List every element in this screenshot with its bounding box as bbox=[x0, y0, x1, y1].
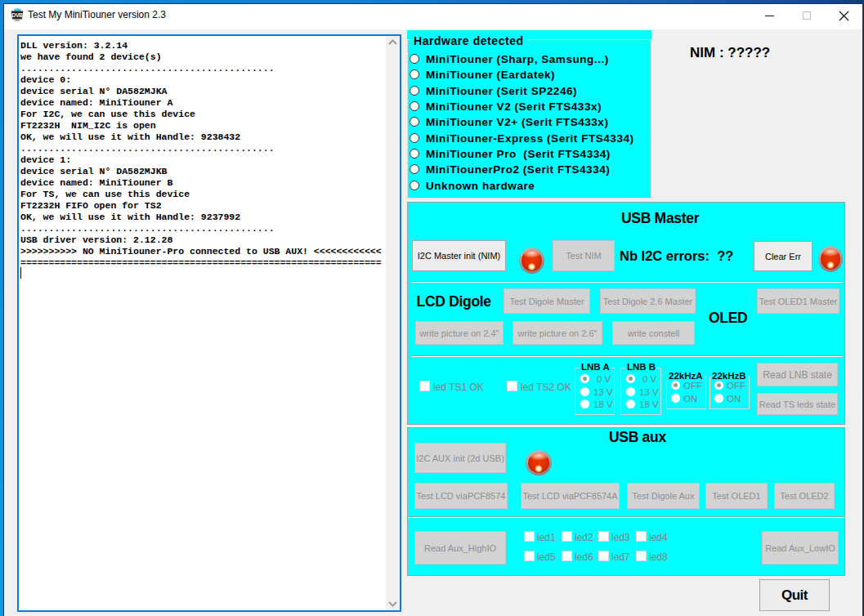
svg-text:DVB: DVB bbox=[11, 12, 23, 18]
